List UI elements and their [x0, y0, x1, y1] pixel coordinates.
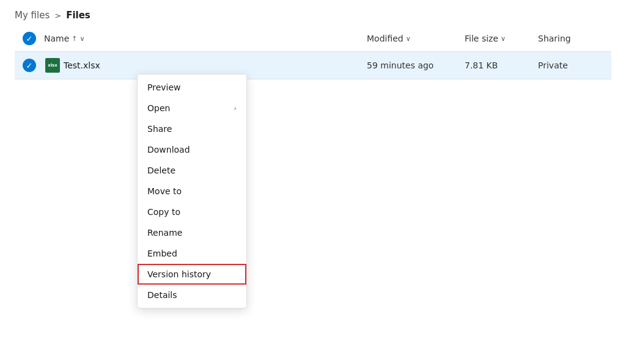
header-modified-label: Modified	[367, 34, 403, 43]
menu-item-preview-label: Preview	[147, 82, 181, 92]
context-menu: Preview Open › Share Download Delete Mov…	[137, 74, 247, 308]
menu-item-move-to-label: Move to	[147, 186, 182, 196]
menu-item-copy-to-label: Copy to	[147, 207, 180, 217]
file-name[interactable]: Test.xlsx	[64, 60, 100, 70]
header-filesize-col[interactable]: File size ∨	[465, 34, 538, 43]
menu-item-share[interactable]: Share	[138, 118, 246, 139]
row-checkbox[interactable]: ✓	[23, 59, 36, 72]
row-filesize: 7.81 KB	[465, 60, 538, 70]
header-sharing-col: Sharing	[538, 34, 611, 43]
menu-item-preview[interactable]: Preview	[138, 77, 246, 98]
header-name-label: Name	[44, 34, 69, 43]
filesize-value: 7.81 KB	[465, 60, 498, 70]
row-sharing: Private	[538, 60, 611, 70]
header-filesize-dropdown-icon[interactable]: ∨	[501, 35, 506, 43]
menu-item-delete[interactable]: Delete	[138, 160, 246, 181]
menu-item-rename-label: Rename	[147, 228, 182, 238]
menu-item-rename[interactable]: Rename	[138, 222, 246, 243]
menu-item-delete-label: Delete	[147, 166, 175, 175]
header-check-col: ✓	[15, 32, 44, 45]
menu-item-share-label: Share	[147, 124, 172, 134]
breadcrumb-separator: >	[54, 11, 61, 20]
modified-value: 59 minutes ago	[367, 60, 433, 70]
open-submenu-arrow-icon: ›	[234, 104, 237, 112]
menu-item-copy-to[interactable]: Copy to	[138, 202, 246, 222]
menu-item-details-label: Details	[147, 290, 177, 300]
breadcrumb-parent[interactable]: My files	[15, 10, 50, 21]
header-name-sort-icon: ↑	[72, 35, 77, 43]
breadcrumb: My files > Files	[0, 0, 626, 26]
menu-item-download-label: Download	[147, 145, 190, 155]
select-all-checkbox[interactable]: ✓	[23, 32, 36, 45]
sharing-value: Private	[538, 60, 568, 70]
menu-item-open-label: Open	[147, 103, 170, 113]
file-table: ✓ Name ↑ ∨ Modified ∨ File size ∨ Sharin…	[0, 26, 626, 79]
header-name-col[interactable]: Name ↑ ∨	[44, 34, 367, 43]
row-name-col: xlsx Test.xlsx	[44, 57, 367, 74]
header-sharing-label: Sharing	[538, 34, 571, 43]
row-check-col: ✓	[15, 59, 44, 72]
menu-item-details[interactable]: Details	[138, 285, 246, 305]
table-row[interactable]: ✓ xlsx Test.xlsx 59 minutes ago 7.81 KB …	[15, 52, 611, 79]
header-modified-dropdown-icon[interactable]: ∨	[406, 35, 411, 43]
header-name-dropdown-icon[interactable]: ∨	[80, 35, 85, 43]
header-filesize-label: File size	[465, 34, 498, 43]
menu-item-open[interactable]: Open ›	[138, 98, 246, 118]
menu-item-embed-label: Embed	[147, 249, 177, 258]
breadcrumb-current: Files	[66, 10, 90, 21]
menu-item-move-to[interactable]: Move to	[138, 181, 246, 202]
row-modified: 59 minutes ago	[367, 60, 465, 70]
menu-item-version-history[interactable]: Version history	[138, 264, 246, 285]
table-header: ✓ Name ↑ ∨ Modified ∨ File size ∨ Sharin…	[15, 26, 611, 52]
xlsx-icon: xlsx	[45, 58, 60, 73]
page-container: My files > Files ✓ Name ↑ ∨ Modified ∨ F…	[0, 0, 626, 364]
xlsx-label: xlsx	[48, 63, 57, 68]
menu-item-embed[interactable]: Embed	[138, 243, 246, 264]
menu-item-version-history-label: Version history	[147, 269, 211, 279]
header-modified-col[interactable]: Modified ∨	[367, 34, 465, 43]
file-icon: xlsx	[44, 57, 61, 74]
menu-item-download[interactable]: Download	[138, 139, 246, 160]
